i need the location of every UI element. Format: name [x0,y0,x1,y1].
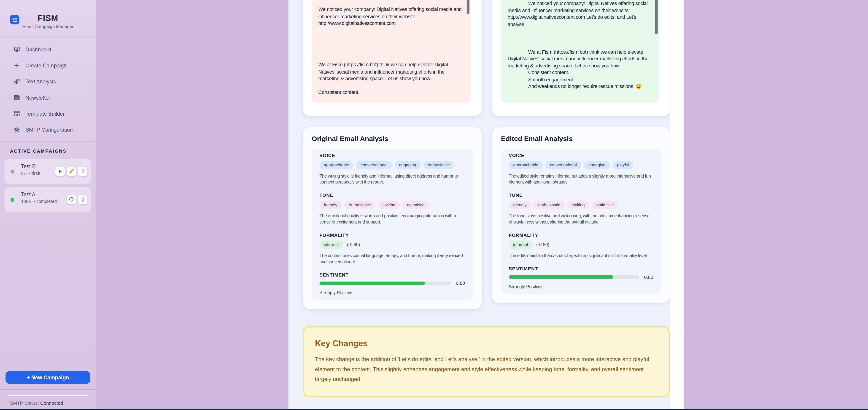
sentiment-bar-track [319,281,452,285]
tone-chip-list: friendlyenthusiasticinvitingoptimistic [509,201,653,209]
voice-description: The edited style remains informal but ad… [509,173,653,185]
layout-icon [13,110,20,117]
new-campaign-button[interactable]: + New Campaign [5,371,90,384]
email-paragraph: We noticed your company: Digital Natives… [318,6,464,27]
sidebar-header: FISM Email Campaign Manager [0,0,96,37]
edit-campaign-button[interactable] [67,167,76,176]
email-paragraph: Smooth engagement. [508,76,652,83]
edited-email-textarea[interactable]: We noticed your company: Digital Natives… [501,0,659,103]
email-blank-lines [318,82,319,89]
dashboard-icon [13,46,20,53]
sidebar-item-label: Text Analysis [25,79,56,85]
voice-trait-chip: enthusiastic [423,161,454,169]
tone-trait-chip: optimistic [402,201,429,209]
voice-trait-chip: playful [613,161,633,169]
restart-icon [69,195,74,204]
sidebar-item-newsletter[interactable]: Newsletter [0,90,96,106]
restart-campaign-button[interactable] [67,195,76,204]
delete-campaign-button[interactable] [78,195,87,204]
sidebar-item-dashboard[interactable]: Dashboard [0,41,96,57]
voice-chip-list: approachableconversationalengagingplayfu… [509,161,653,169]
tone-section-header: TONE [509,193,653,198]
original-email-card: We noticed your company: Digital Natives… [303,0,482,116]
smtp-status: SMTP Status: Connected [10,400,63,406]
main-content: We noticed your company: Digital Natives… [288,0,684,410]
app-screen: FISM Email Campaign Manager DashboardCre… [0,0,868,410]
formality-section-header: FORMALITY [319,232,465,238]
main-scrollbar-track[interactable] [670,0,684,410]
email-paragraph: We noticed your company: Digital Natives… [508,0,652,28]
voice-trait-chip: approachable [319,161,353,169]
formality-description: The content uses casual language, emojis… [319,253,465,265]
sentiment-bar-row: 0.80 [319,280,465,286]
email-paragraph: We at Fism (https://fism.bot) think we c… [318,62,464,82]
campaign-item-test-a[interactable]: Test A100% • completed [4,187,91,212]
edited-email-card: We noticed your company: Digital Natives… [492,0,670,116]
campaign-item-test-b[interactable]: Test B0% • draft [4,159,91,184]
sidebar-bottom-inner-divider [8,396,88,396]
email-paragraph: Consistent content. [318,89,464,96]
voice-chip-list: approachableconversationalengagingenthus… [319,161,465,169]
original-email-scrollbar[interactable] [467,0,469,14]
sidebar-item-label: Create Campaign [25,62,67,69]
tone-trait-chip: enthusiastic [534,201,565,209]
tone-trait-chip: friendly [509,201,531,209]
sidebar-item-label: Dashboard [25,46,51,53]
formality-value-row: informal(-0.80) [319,241,465,249]
sidebar: FISM Email Campaign Manager DashboardCre… [0,0,96,410]
plus-icon [13,62,20,69]
analysis-title: Original Email Analysis [312,135,473,143]
play-campaign-button[interactable] [55,167,65,176]
key-changes-text: The key change is the addition of 'Let's… [315,354,658,384]
formality-value-row: informal(-0.80) [509,241,653,249]
analysis-title: Edited Email Analysis [501,135,661,143]
original-email-textarea[interactable]: We noticed your company: Digital Natives… [312,0,470,103]
voice-section-header: VOICE [509,153,653,158]
tone-trait-chip: enthusiastic [345,201,375,209]
bar-chart-icon [13,78,20,85]
edited-email-scrollbar[interactable] [655,0,658,34]
tone-trait-chip: friendly [319,201,342,209]
tone-chip-list: friendlyenthusiasticinvitingoptimistic [319,201,465,209]
voice-trait-chip: conversational [356,161,392,169]
edited-analysis-card: Edited Email AnalysisVOICEapproachableco… [492,127,670,303]
envelope-icon [12,14,18,25]
sentiment-bar-fill [509,275,614,279]
delete-campaign-button[interactable] [78,167,87,176]
tone-trait-chip: optimistic [592,201,618,209]
analysis-body: VOICEapproachableconversationalengaginge… [312,149,473,300]
original-analysis-card: Original Email AnalysisVOICEapproachable… [303,127,482,309]
bottom-screen-edge [0,408,868,410]
pencil-icon [69,167,74,175]
sentiment-bar-fill [319,281,425,285]
tone-trait-chip: inviting [378,201,400,209]
sidebar-item-smtp-configuration[interactable]: SMTP Configuration [0,122,96,138]
voice-section-header: VOICE [319,153,465,158]
sidebar-item-label: SMTP Configuration [25,127,73,133]
voice-trait-chip: engaging [395,161,421,169]
voice-trait-chip: engaging [584,161,610,169]
email-paragraph: Consistent content. [508,69,652,76]
formality-score: (-0.80) [347,242,360,247]
tone-description: The emotional quality is warm and positi… [319,213,465,225]
formality-score: (-0.80) [536,242,549,247]
email-paragraph: And weekends no longer require rescue mi… [508,83,652,90]
sidebar-item-create-campaign[interactable]: Create Campaign [0,58,96,74]
email-blank-lines [508,28,508,48]
sentiment-score: 0.80 [456,280,465,286]
sidebar-item-text-analysis[interactable]: Text Analysis [0,74,96,90]
sentiment-score: 0.80 [644,274,653,280]
voice-trait-chip: approachable [509,161,543,169]
sidebar-divider [0,141,96,141]
smtp-status-value: Connected [40,400,63,406]
sentiment-section-header: SENTIMENT [509,266,653,272]
formality-section-header: FORMALITY [509,232,653,238]
sentiment-label: Strongly Positive [319,290,465,295]
newspaper-icon [13,94,20,101]
trash-icon [80,167,86,175]
gear-icon [13,126,20,133]
campaign-status-dot [10,170,14,173]
campaign-actions [55,167,87,176]
sidebar-nav: DashboardCreate CampaignText AnalysisNew… [0,37,96,139]
sidebar-item-template-builder[interactable]: Template Builder [0,106,96,122]
